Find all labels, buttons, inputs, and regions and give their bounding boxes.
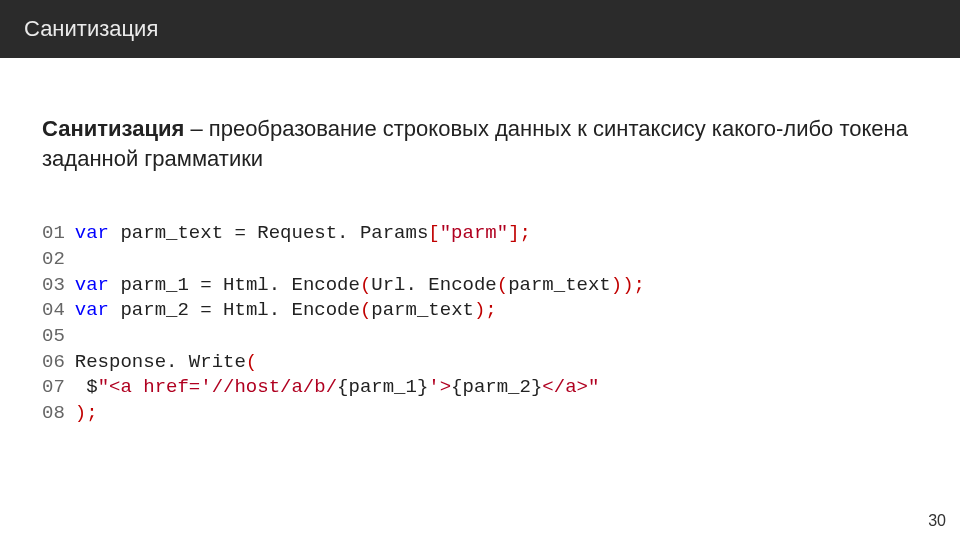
line-number: 02 [42,248,65,270]
slide-header: Санитизация [0,0,960,58]
definition-text: Санитизация – преобразование строковых д… [42,114,918,173]
definition-term: Санитизация [42,116,184,141]
line-number: 07 [42,376,65,398]
code-line: 08); [42,401,918,427]
line-number: 06 [42,351,65,373]
code-block: 01var parm_text = Request. Params["parm"… [42,221,918,426]
code-line: 02 [42,247,918,273]
line-number: 03 [42,274,65,296]
code-line: 06Response. Write( [42,350,918,376]
line-number: 05 [42,325,65,347]
code-line: 03var parm_1 = Html. Encode(Url. Encode(… [42,273,918,299]
definition-dash: – [184,116,208,141]
page-number: 30 [928,512,946,530]
slide-content: Санитизация – преобразование строковых д… [0,58,960,427]
code-line: 07 $"<a href='//host/a/b/{parm_1}'>{parm… [42,375,918,401]
slide-title: Санитизация [24,16,158,41]
code-line: 05 [42,324,918,350]
line-number: 04 [42,299,65,321]
code-line: 01var parm_text = Request. Params["parm"… [42,221,918,247]
line-number: 08 [42,402,65,424]
line-number: 01 [42,222,65,244]
code-line: 04var parm_2 = Html. Encode(parm_text); [42,298,918,324]
